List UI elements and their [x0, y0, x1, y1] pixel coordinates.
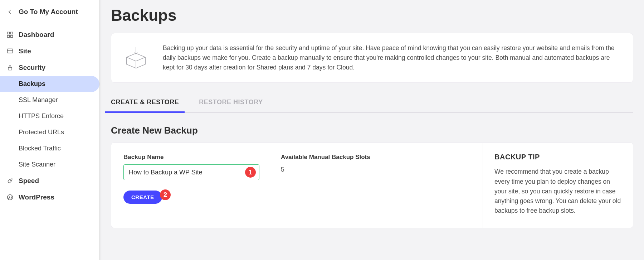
- slots-value: 5: [281, 166, 370, 173]
- nav-item-label: Dashboard: [19, 31, 54, 39]
- sidebar: Go To My Account Dashboard Site Security…: [0, 0, 100, 260]
- backup-name-input[interactable]: [123, 164, 259, 180]
- nav-item-label: WordPress: [19, 193, 54, 201]
- info-text: Backing up your data is essential for th…: [163, 43, 621, 72]
- panel-form: Backup Name 1 Available Manual Backup Sl…: [111, 143, 483, 228]
- main-content: Backups Backing up your data is essentia…: [100, 0, 644, 260]
- site-icon: [6, 48, 14, 55]
- nav-site[interactable]: Site: [0, 43, 99, 59]
- rocket-icon: [6, 177, 14, 184]
- subnav-label: SSL Manager: [19, 96, 58, 104]
- subnav-label: Protected URLs: [19, 129, 64, 136]
- nav-wordpress[interactable]: WordPress: [0, 189, 99, 206]
- tip-text: We recommend that you create a backup ev…: [494, 167, 621, 216]
- create-backup-panel: Backup Name 1 Available Manual Backup Sl…: [111, 143, 633, 228]
- subnav-backups[interactable]: Backups: [0, 76, 99, 92]
- grid-icon: [6, 31, 14, 38]
- svg-point-6: [10, 180, 11, 181]
- tab-label: CREATE & RESTORE: [111, 98, 179, 106]
- panel-tip: BACKUP TIP We recommend that you create …: [483, 143, 633, 228]
- tab-label: RESTORE HISTORY: [199, 98, 263, 106]
- svg-rect-3: [11, 35, 13, 38]
- info-card: Backing up your data is essential for th…: [111, 33, 633, 83]
- field-backup-name: Backup Name 1: [123, 154, 259, 180]
- svg-rect-1: [11, 32, 13, 34]
- field-label: Available Manual Backup Slots: [281, 154, 370, 161]
- tabs: CREATE & RESTORE RESTORE HISTORY: [111, 95, 633, 113]
- annotation-badge-2: 2: [160, 189, 171, 200]
- subnav-blocked-traffic[interactable]: Blocked Traffic: [0, 140, 99, 157]
- section-title: Create New Backup: [111, 125, 633, 136]
- subnav-label: HTTPS Enforce: [19, 112, 64, 120]
- lock-icon: [6, 64, 14, 71]
- nav-item-label: Security: [19, 64, 45, 72]
- subnav-site-scanner[interactable]: Site Scanner: [0, 157, 99, 173]
- field-slots: Available Manual Backup Slots 5: [281, 154, 370, 180]
- page-title: Backups: [111, 6, 633, 24]
- create-button[interactable]: CREATE: [123, 191, 162, 204]
- field-label: Backup Name: [123, 154, 259, 161]
- arrow-left-icon: [6, 8, 14, 15]
- nav-item-label: Site: [19, 47, 31, 55]
- box-illustration: [123, 45, 148, 71]
- svg-rect-5: [8, 67, 12, 70]
- tip-title: BACKUP TIP: [494, 153, 621, 161]
- nav-item-label: Speed: [19, 177, 39, 185]
- nav-speed[interactable]: Speed: [0, 173, 99, 189]
- subnav-label: Site Scanner: [19, 161, 55, 168]
- svg-rect-0: [8, 32, 10, 34]
- svg-rect-2: [8, 35, 10, 38]
- subnav-label: Blocked Traffic: [19, 145, 61, 152]
- subnav-protected-urls[interactable]: Protected URLs: [0, 124, 99, 140]
- subnav-ssl-manager[interactable]: SSL Manager: [0, 92, 99, 108]
- subnav-label: Backups: [19, 80, 45, 88]
- tab-create-restore[interactable]: CREATE & RESTORE: [111, 95, 179, 112]
- nav-security[interactable]: Security: [0, 59, 99, 76]
- nav-back-label: Go To My Account: [19, 8, 78, 16]
- svg-rect-4: [8, 49, 13, 53]
- tab-restore-history[interactable]: RESTORE HISTORY: [199, 95, 263, 112]
- nav-dashboard[interactable]: Dashboard: [0, 27, 99, 43]
- wordpress-icon: [6, 194, 14, 201]
- subnav-https-enforce[interactable]: HTTPS Enforce: [0, 108, 99, 124]
- nav-back[interactable]: Go To My Account: [0, 4, 99, 20]
